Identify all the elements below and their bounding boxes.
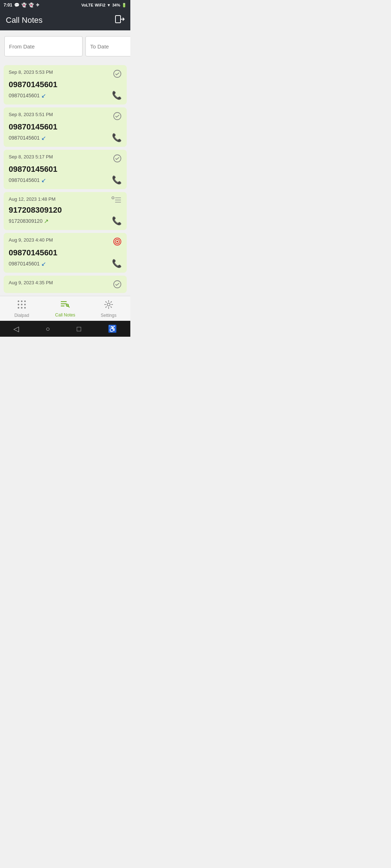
recents-button[interactable]: □ bbox=[77, 325, 81, 333]
call-datetime: Aug 9, 2023 4:40 PM bbox=[9, 237, 53, 243]
call-datetime: Aug 12, 2023 1:48 PM bbox=[9, 196, 55, 202]
send-icon: ✈ bbox=[36, 3, 39, 8]
call-number-secondary: 917208309120 ↗ bbox=[9, 218, 49, 225]
nav-item-callnotes[interactable]: Call Notes bbox=[51, 300, 80, 318]
dialpad-icon bbox=[17, 300, 26, 311]
card-top: Aug 12, 2023 1:48 PM bbox=[9, 196, 122, 205]
card-top: Sep 8, 2023 5:51 PM bbox=[9, 112, 122, 122]
list-item[interactable]: Aug 12, 2023 1:48 PM 917208309120 917208… bbox=[4, 192, 127, 230]
nav-label-callnotes: Call Notes bbox=[55, 312, 75, 318]
logout-icon[interactable] bbox=[115, 15, 125, 25]
svg-point-17 bbox=[21, 304, 22, 305]
back-button[interactable]: ◁ bbox=[13, 324, 19, 333]
volte-icon: VoLTE bbox=[81, 3, 93, 7]
target-icon bbox=[113, 237, 122, 248]
call-number-primary: 917208309120 bbox=[9, 205, 122, 215]
list-item[interactable]: Aug 9, 2023 4:35 PM bbox=[4, 276, 127, 293]
call-number-primary: 09870145601 bbox=[9, 122, 122, 132]
card-bottom: 09870145601 ↙ 📞 bbox=[9, 133, 122, 142]
svg-point-21 bbox=[24, 307, 26, 309]
card-bottom: 09870145601 ↙ 📞 bbox=[9, 91, 122, 100]
svg-rect-0 bbox=[115, 16, 121, 23]
nav-item-dialpad[interactable]: Dialpad bbox=[7, 300, 36, 318]
card-bottom: 09870145601 ↙ 📞 bbox=[9, 259, 122, 268]
card-top: Sep 8, 2023 5:53 PM bbox=[9, 69, 122, 80]
callnotes-icon bbox=[60, 300, 70, 311]
system-nav: ◁ ○ □ ♿ bbox=[0, 321, 130, 337]
from-date-input[interactable] bbox=[4, 36, 83, 56]
svg-point-12 bbox=[114, 281, 121, 288]
svg-point-4 bbox=[114, 155, 121, 162]
home-button[interactable]: ○ bbox=[46, 325, 50, 333]
incoming-arrow-icon: ↙ bbox=[41, 260, 46, 267]
phone-icon[interactable]: 📞 bbox=[112, 216, 122, 226]
call-number-secondary: 09870145601 ↙ bbox=[9, 177, 46, 184]
incoming-arrow-icon: ↙ bbox=[41, 177, 46, 184]
card-bottom: 09870145601 ↙ 📞 bbox=[9, 175, 122, 185]
nav-label-settings: Settings bbox=[101, 313, 116, 318]
svg-point-3 bbox=[114, 112, 121, 120]
status-left: 7:01 💬 👻 👻 ✈ bbox=[4, 3, 39, 8]
svg-point-18 bbox=[24, 304, 26, 305]
check-circle-icon bbox=[113, 112, 122, 122]
outgoing-arrow-icon: ↗ bbox=[44, 218, 49, 225]
svg-point-20 bbox=[21, 307, 22, 309]
search-bar: Search bbox=[0, 30, 130, 62]
card-top: Aug 9, 2023 4:40 PM bbox=[9, 237, 122, 248]
svg-point-14 bbox=[21, 301, 22, 302]
svg-point-2 bbox=[114, 70, 121, 77]
call-number-primary: 09870145601 bbox=[9, 165, 122, 174]
card-top: Aug 9, 2023 4:35 PM bbox=[9, 280, 122, 290]
accessibility-button[interactable]: ♿ bbox=[108, 324, 117, 333]
svg-point-13 bbox=[18, 301, 19, 302]
call-number-secondary: 09870145601 ↙ bbox=[9, 260, 46, 267]
call-datetime: Aug 9, 2023 4:35 PM bbox=[9, 280, 53, 285]
card-top: Sep 8, 2023 5:17 PM bbox=[9, 154, 122, 165]
svg-point-19 bbox=[18, 307, 19, 309]
call-number-primary: 09870145601 bbox=[9, 80, 122, 89]
phone-icon[interactable]: 📞 bbox=[112, 91, 122, 100]
check-circle-icon bbox=[113, 69, 122, 80]
svg-point-11 bbox=[117, 241, 118, 243]
status-right: VoLTE WiFi2 ▼ 34% 🔋 bbox=[81, 3, 127, 8]
list-item[interactable]: Sep 8, 2023 5:51 PM 09870145601 09870145… bbox=[4, 107, 127, 147]
list-icon bbox=[112, 196, 122, 205]
phone-icon[interactable]: 📞 bbox=[112, 133, 122, 142]
whatsapp-icon: 💬 bbox=[14, 3, 20, 8]
list-item[interactable]: Sep 8, 2023 5:17 PM 09870145601 09870145… bbox=[4, 150, 127, 189]
wifi-icon: WiFi2 bbox=[95, 3, 105, 7]
call-list: Sep 8, 2023 5:53 PM 09870145601 09870145… bbox=[0, 62, 130, 296]
check-circle-icon bbox=[113, 154, 122, 165]
phone-icon[interactable]: 📞 bbox=[112, 259, 122, 268]
social-icon: 👻 bbox=[29, 3, 34, 8]
call-number-secondary: 09870145601 ↙ bbox=[9, 135, 46, 141]
call-datetime: Sep 8, 2023 5:17 PM bbox=[9, 154, 53, 159]
list-item[interactable]: Aug 9, 2023 4:40 PM 09870145601 09870145… bbox=[4, 233, 127, 273]
status-bar: 7:01 💬 👻 👻 ✈ VoLTE WiFi2 ▼ 34% 🔋 bbox=[0, 0, 130, 10]
check-circle-icon bbox=[113, 280, 122, 290]
svg-point-16 bbox=[18, 304, 19, 305]
nav-label-dialpad: Dialpad bbox=[14, 313, 29, 318]
signal-icon: ▼ bbox=[107, 3, 111, 7]
svg-point-15 bbox=[24, 301, 26, 302]
snapchat-icon: 👻 bbox=[21, 3, 27, 8]
nav-item-settings[interactable]: Settings bbox=[94, 300, 123, 318]
svg-point-27 bbox=[107, 303, 110, 306]
incoming-arrow-icon: ↙ bbox=[41, 92, 46, 99]
page-title: Call Notes bbox=[6, 16, 42, 25]
battery-icon: 🔋 bbox=[122, 3, 127, 8]
battery-text: 34% bbox=[112, 3, 120, 7]
bottom-nav: Dialpad Call Notes Settings bbox=[0, 296, 130, 321]
phone-icon[interactable]: 📞 bbox=[112, 175, 122, 185]
svg-point-5 bbox=[112, 197, 114, 199]
to-date-input[interactable] bbox=[85, 36, 130, 56]
list-item[interactable]: Sep 8, 2023 5:53 PM 09870145601 09870145… bbox=[4, 65, 127, 105]
call-datetime: Sep 8, 2023 5:51 PM bbox=[9, 112, 53, 117]
incoming-arrow-icon: ↙ bbox=[41, 135, 46, 141]
call-datetime: Sep 8, 2023 5:53 PM bbox=[9, 69, 53, 75]
card-bottom: 917208309120 ↗ 📞 bbox=[9, 216, 122, 226]
call-number-primary: 09870145601 bbox=[9, 248, 122, 258]
status-time: 7:01 bbox=[4, 3, 12, 8]
header: Call Notes bbox=[0, 10, 130, 30]
settings-icon bbox=[104, 300, 113, 311]
